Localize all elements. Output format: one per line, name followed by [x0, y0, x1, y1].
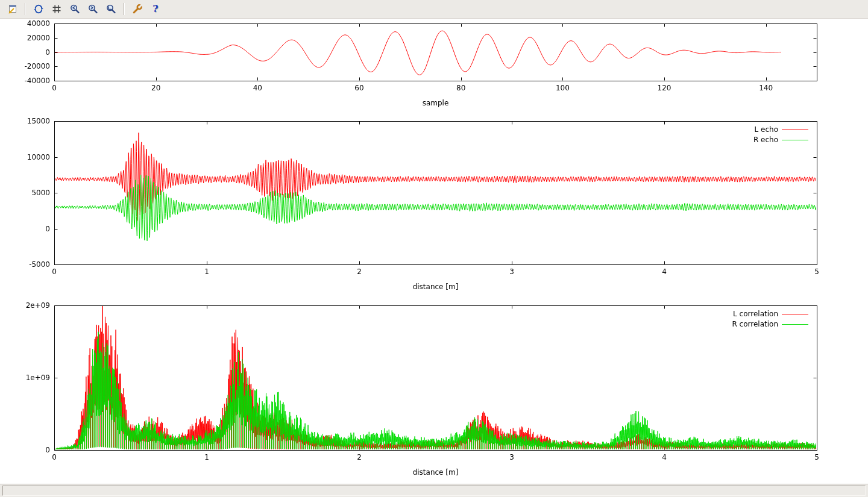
- gnuplot-window: ?: [0, 0, 868, 497]
- replot-button[interactable]: [30, 1, 47, 17]
- zoom-next-button[interactable]: [84, 1, 101, 17]
- toolbar-separator: [25, 3, 26, 15]
- export-icon: [7, 4, 17, 14]
- zoom-previous-icon: [69, 4, 80, 14]
- configure-button[interactable]: [129, 1, 146, 17]
- help-button[interactable]: ?: [147, 1, 164, 17]
- help-icon: ?: [153, 4, 158, 14]
- autoscale-icon: [105, 4, 116, 14]
- grid-icon: [51, 4, 62, 14]
- autoscale-button[interactable]: [102, 1, 119, 17]
- zoom-next-icon: [87, 4, 98, 14]
- toolbar-separator: [124, 3, 125, 15]
- wrench-icon: [132, 4, 143, 14]
- plot-area: [0, 19, 868, 484]
- plot-canvas[interactable]: [0, 19, 868, 484]
- refresh-icon: [33, 4, 44, 14]
- toggle-grid-button[interactable]: [48, 1, 65, 17]
- toolbar: ?: [0, 0, 868, 19]
- status-text: [2, 486, 866, 496]
- zoom-previous-button[interactable]: [66, 1, 83, 17]
- export-button[interactable]: [4, 1, 20, 17]
- status-bar: [0, 484, 868, 497]
